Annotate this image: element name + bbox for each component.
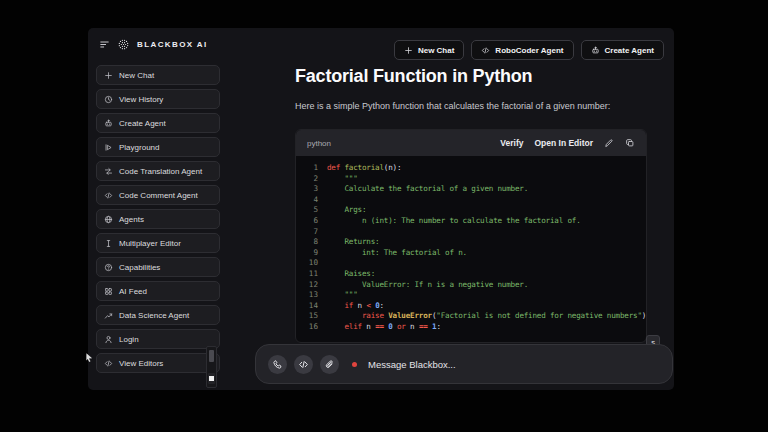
topbar-button-label: RoboCoder Agent xyxy=(495,46,563,55)
code-line: 6 n (int): The number to calculate the f… xyxy=(296,216,646,227)
verify-button[interactable]: Verify xyxy=(500,138,523,148)
sidebar-item-playground[interactable]: Playground xyxy=(96,137,220,157)
code-line: 13 """ xyxy=(296,290,646,301)
scrollbar-thumb[interactable] xyxy=(209,350,214,362)
code-line: 16 elif n == 0 or n == 1: xyxy=(296,322,646,333)
code-line: 15 raise ValueError("Factorial is not de… xyxy=(296,311,646,322)
line-number: 11 xyxy=(296,269,327,280)
line-number: 15 xyxy=(296,311,327,322)
sidebar-item-new-chat[interactable]: New Chat xyxy=(96,65,220,85)
code-button[interactable] xyxy=(294,355,313,374)
sidebar-item-view-history[interactable]: View History xyxy=(96,89,220,109)
sidebar-item-label: Login xyxy=(119,335,139,344)
message-input[interactable]: Message Blackbox... xyxy=(255,344,673,384)
line-number: 8 xyxy=(296,237,327,248)
code-line: 3 Calculate the factorial of a given num… xyxy=(296,184,646,195)
copy-icon[interactable] xyxy=(625,138,635,148)
topbar-button-label: Create Agent xyxy=(605,46,655,55)
topbar: New ChatRoboCoder AgentCreate Agent xyxy=(394,40,664,60)
code-block-header: python Verify Open In Editor xyxy=(296,130,646,156)
sidebar-item-label: Create Agent xyxy=(119,119,166,128)
code-line: 7 xyxy=(296,227,646,238)
sidebar-item-view-editors[interactable]: View Editors xyxy=(96,353,220,373)
plus-icon xyxy=(404,46,413,55)
sidebar-item-code-comment-agent[interactable]: Code Comment Agent xyxy=(96,185,220,205)
app-window: BLACKBOX AI New ChatView HistoryCreate A… xyxy=(88,28,674,390)
code-line: 1def factorial(n): xyxy=(296,163,646,174)
sidebar-item-label: Capabilities xyxy=(119,263,160,272)
sidebar-item-label: Multiplayer Editor xyxy=(119,239,181,248)
code-line: 2 """ xyxy=(296,174,646,185)
code-line: 14 if n < 0: xyxy=(296,301,646,312)
plus-icon xyxy=(104,71,113,80)
sidebar: BLACKBOX AI New ChatView HistoryCreate A… xyxy=(88,28,226,390)
sidebar-item-label: Playground xyxy=(119,143,159,152)
code-body: 1def factorial(n):2 """3 Calculate the f… xyxy=(296,156,646,342)
new-chat-button[interactable]: New Chat xyxy=(394,40,464,60)
blackbox-logo-icon xyxy=(116,37,131,52)
sidebar-item-label: New Chat xyxy=(119,71,154,80)
line-number: 1 xyxy=(296,163,327,174)
code-line: 8 Returns: xyxy=(296,237,646,248)
code-icon xyxy=(298,359,309,370)
sidebar-scrollbar[interactable] xyxy=(206,346,217,388)
line-number: 2 xyxy=(296,174,327,185)
code-icon xyxy=(481,46,490,55)
line-number: 16 xyxy=(296,322,327,333)
sidebar-item-code-translation-agent[interactable]: Code Translation Agent xyxy=(96,161,220,181)
sidebar-item-data-science-agent[interactable]: Data Science Agent xyxy=(96,305,220,325)
phone-button[interactable] xyxy=(268,355,287,374)
line-number: 9 xyxy=(296,248,327,259)
code-language-label: python xyxy=(307,139,331,148)
status-dot-icon xyxy=(352,362,357,367)
line-number: 5 xyxy=(296,205,327,216)
agent-icon xyxy=(591,46,600,55)
globe-icon xyxy=(104,215,113,224)
code-line: 10 xyxy=(296,258,646,269)
sidebar-item-label: Data Science Agent xyxy=(119,311,189,320)
robocoder-agent-button[interactable]: RoboCoder Agent xyxy=(471,40,573,60)
code-block: python Verify Open In Editor 1def factor… xyxy=(295,129,647,343)
open-in-editor-button[interactable]: Open In Editor xyxy=(534,138,593,148)
composer-buttons xyxy=(268,355,339,374)
code-line: 12 ValueError: If n is a negative number… xyxy=(296,280,646,291)
play-icon xyxy=(104,143,113,152)
clock-icon xyxy=(104,95,113,104)
line-number: 6 xyxy=(296,216,327,227)
line-number: 13 xyxy=(296,290,327,301)
line-number: 4 xyxy=(296,195,327,206)
line-number: 7 xyxy=(296,227,327,238)
mouse-cursor-icon xyxy=(84,351,95,364)
page-intro: Here is a simple Python function that ca… xyxy=(295,101,610,111)
code-line: 11 Raises: xyxy=(296,269,646,280)
sidebar-item-label: Code Comment Agent xyxy=(119,191,198,200)
line-number: 12 xyxy=(296,280,327,291)
question-icon xyxy=(104,263,113,272)
sidebar-item-multiplayer-editor[interactable]: Multiplayer Editor xyxy=(96,233,220,253)
page-title: Factorial Function in Python xyxy=(295,66,532,87)
message-placeholder: Message Blackbox... xyxy=(368,359,456,370)
sidebar-item-ai-feed[interactable]: AI Feed xyxy=(96,281,220,301)
code-line: 4 xyxy=(296,195,646,206)
sidebar-item-login[interactable]: Login xyxy=(96,329,220,349)
line-number: 10 xyxy=(296,258,327,269)
sidebar-item-label: View Editors xyxy=(119,359,163,368)
edit-icon[interactable] xyxy=(604,138,614,148)
translate-icon xyxy=(104,167,113,176)
phone-icon xyxy=(272,359,283,370)
person-icon xyxy=(104,335,113,344)
paperclip-button[interactable] xyxy=(320,355,339,374)
sidebar-nav: New ChatView HistoryCreate AgentPlaygrou… xyxy=(96,65,220,377)
scrollbar-down-button[interactable] xyxy=(208,373,215,384)
sidebar-toggle-icon[interactable] xyxy=(99,39,110,50)
sidebar-item-label: View History xyxy=(119,95,163,104)
sidebar-item-label: Code Translation Agent xyxy=(119,167,202,176)
chart-icon xyxy=(104,311,113,320)
sidebar-item-create-agent[interactable]: Create Agent xyxy=(96,113,220,133)
sidebar-item-capabilities[interactable]: Capabilities xyxy=(96,257,220,277)
sidebar-item-agents[interactable]: Agents xyxy=(96,209,220,229)
code-icon xyxy=(104,191,113,200)
grid-icon xyxy=(104,287,113,296)
code-line: 9 int: The factorial of n. xyxy=(296,248,646,259)
create-agent-button[interactable]: Create Agent xyxy=(581,40,665,60)
